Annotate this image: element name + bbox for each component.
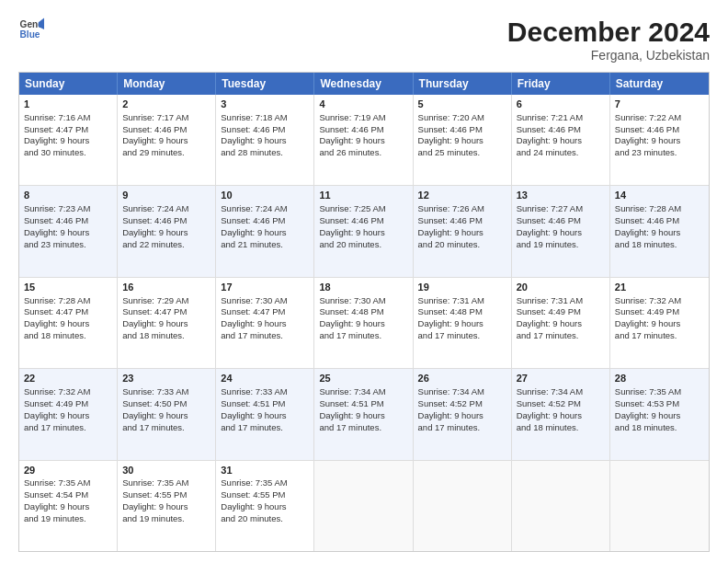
day-number: 25 bbox=[319, 372, 407, 385]
day-info-line: Sunset: 4:47 PM bbox=[24, 124, 88, 134]
day-info-line: Sunrise: 7:31 AM bbox=[418, 295, 484, 305]
day-info-line: Sunset: 4:48 PM bbox=[319, 306, 383, 316]
day-number: 16 bbox=[122, 281, 210, 294]
day-info-line: Sunrise: 7:28 AM bbox=[615, 203, 681, 213]
cal-cell: 22Sunrise: 7:32 AM Sunset: 4:49 PM Dayli… bbox=[19, 369, 118, 459]
day-info-line: Sunrise: 7:18 AM bbox=[221, 112, 287, 122]
day-info-line: Sunrise: 7:32 AM bbox=[615, 295, 681, 305]
day-number: 15 bbox=[24, 281, 112, 294]
day-info-line: Sunrise: 7:34 AM bbox=[319, 386, 385, 396]
day-info-line: Daylight: 9 hours bbox=[122, 501, 188, 511]
day-info-line: Sunrise: 7:35 AM bbox=[615, 386, 681, 396]
day-info-line: Sunrise: 7:26 AM bbox=[418, 203, 484, 213]
day-info-line: and 18 minutes. bbox=[122, 330, 185, 340]
day-info-line: Sunset: 4:47 PM bbox=[122, 306, 187, 316]
day-info-line: Sunset: 4:51 PM bbox=[319, 398, 383, 408]
day-number: 31 bbox=[221, 464, 309, 477]
cal-week: 8Sunrise: 7:23 AM Sunset: 4:46 PM Daylig… bbox=[19, 185, 709, 276]
day-info-line: Sunset: 4:49 PM bbox=[615, 306, 679, 316]
cal-cell: 12Sunrise: 7:26 AM Sunset: 4:46 PM Dayli… bbox=[414, 186, 512, 276]
cal-cell: 25Sunrise: 7:34 AM Sunset: 4:51 PM Dayli… bbox=[314, 369, 413, 459]
day-info-line: Sunrise: 7:20 AM bbox=[418, 112, 484, 122]
day-info-line: Daylight: 9 hours bbox=[221, 227, 286, 237]
day-info-line: Sunset: 4:46 PM bbox=[319, 124, 383, 134]
title-block: December 2024 Fergana, Uzbekistan bbox=[507, 17, 710, 63]
day-info-line: Sunset: 4:55 PM bbox=[122, 489, 187, 500]
day-number: 20 bbox=[517, 281, 605, 294]
cal-cell bbox=[414, 461, 512, 551]
day-info-line: and 18 minutes. bbox=[615, 422, 677, 432]
day-info-line: Daylight: 9 hours bbox=[221, 410, 286, 420]
day-info-line: Daylight: 9 hours bbox=[517, 135, 582, 145]
day-info-line: and 28 minutes. bbox=[221, 147, 283, 157]
day-info-line: Sunset: 4:55 PM bbox=[221, 489, 285, 500]
day-info-line: Daylight: 9 hours bbox=[517, 318, 582, 328]
cal-cell: 7Sunrise: 7:22 AM Sunset: 4:46 PM Daylig… bbox=[610, 95, 709, 185]
header: General Blue December 2024 Fergana, Uzbe… bbox=[18, 17, 710, 63]
day-info-line: and 18 minutes. bbox=[615, 239, 677, 249]
cal-header-cell: Thursday bbox=[414, 73, 512, 95]
cal-cell bbox=[314, 461, 413, 551]
day-info-line: Daylight: 9 hours bbox=[615, 318, 680, 328]
day-info-line: and 20 minutes. bbox=[319, 239, 381, 249]
day-info-line: Sunrise: 7:19 AM bbox=[319, 112, 385, 122]
cal-cell: 31Sunrise: 7:35 AM Sunset: 4:55 PM Dayli… bbox=[216, 461, 314, 551]
day-number: 13 bbox=[517, 189, 605, 202]
cal-cell: 29Sunrise: 7:35 AM Sunset: 4:54 PM Dayli… bbox=[19, 461, 118, 551]
day-number: 4 bbox=[319, 98, 407, 111]
cal-header-cell: Wednesday bbox=[314, 73, 413, 95]
calendar: SundayMondayTuesdayWednesdayThursdayFrid… bbox=[18, 72, 710, 552]
day-info-line: and 20 minutes. bbox=[221, 513, 283, 523]
day-info-line: and 25 minutes. bbox=[418, 147, 481, 157]
cal-cell: 19Sunrise: 7:31 AM Sunset: 4:48 PM Dayli… bbox=[414, 278, 512, 368]
day-info-line: Daylight: 9 hours bbox=[122, 410, 188, 420]
cal-cell: 26Sunrise: 7:34 AM Sunset: 4:52 PM Dayli… bbox=[414, 369, 512, 459]
cal-cell: 11Sunrise: 7:25 AM Sunset: 4:46 PM Dayli… bbox=[314, 186, 413, 276]
day-info-line: Sunset: 4:49 PM bbox=[517, 306, 581, 316]
cal-week: 22Sunrise: 7:32 AM Sunset: 4:49 PM Dayli… bbox=[19, 368, 709, 459]
subtitle: Fergana, Uzbekistan bbox=[507, 48, 710, 63]
cal-cell: 28Sunrise: 7:35 AM Sunset: 4:53 PM Dayli… bbox=[610, 369, 709, 459]
day-info-line: and 23 minutes. bbox=[24, 239, 86, 249]
day-info-line: Daylight: 9 hours bbox=[418, 318, 483, 328]
day-info-line: Sunrise: 7:35 AM bbox=[122, 477, 188, 488]
day-info-line: and 22 minutes. bbox=[122, 239, 185, 249]
cal-cell: 27Sunrise: 7:34 AM Sunset: 4:52 PM Dayli… bbox=[512, 369, 610, 459]
day-info-line: Daylight: 9 hours bbox=[615, 135, 680, 145]
cal-cell: 14Sunrise: 7:28 AM Sunset: 4:46 PM Dayli… bbox=[610, 186, 709, 276]
logo: General Blue bbox=[18, 17, 44, 42]
day-number: 10 bbox=[221, 189, 309, 202]
cal-cell: 24Sunrise: 7:33 AM Sunset: 4:51 PM Dayli… bbox=[216, 369, 314, 459]
day-info-line: Sunrise: 7:30 AM bbox=[319, 295, 385, 305]
cal-cell: 16Sunrise: 7:29 AM Sunset: 4:47 PM Dayli… bbox=[118, 278, 216, 368]
day-info-line: Sunset: 4:54 PM bbox=[24, 489, 88, 500]
day-info-line: Daylight: 9 hours bbox=[615, 410, 680, 420]
day-info-line: Daylight: 9 hours bbox=[221, 135, 286, 145]
page: General Blue December 2024 Fergana, Uzbe… bbox=[0, 0, 728, 563]
day-info-line: and 30 minutes. bbox=[24, 147, 86, 157]
cal-cell: 6Sunrise: 7:21 AM Sunset: 4:46 PM Daylig… bbox=[512, 95, 610, 185]
cal-cell: 20Sunrise: 7:31 AM Sunset: 4:49 PM Dayli… bbox=[512, 278, 610, 368]
day-info-line: and 21 minutes. bbox=[221, 239, 283, 249]
day-info-line: Sunset: 4:51 PM bbox=[221, 398, 285, 408]
day-info-line: Sunset: 4:47 PM bbox=[221, 306, 285, 316]
day-info-line: Sunrise: 7:21 AM bbox=[517, 112, 583, 122]
day-info-line: Sunset: 4:47 PM bbox=[24, 306, 88, 316]
cal-cell: 9Sunrise: 7:24 AM Sunset: 4:46 PM Daylig… bbox=[118, 186, 216, 276]
day-info-line: and 23 minutes. bbox=[615, 147, 677, 157]
day-info-line: and 29 minutes. bbox=[122, 147, 185, 157]
day-info-line: Sunset: 4:50 PM bbox=[122, 398, 187, 408]
day-info-line: Daylight: 9 hours bbox=[24, 501, 89, 511]
day-info-line: Sunset: 4:46 PM bbox=[418, 215, 483, 225]
day-info-line: and 18 minutes. bbox=[517, 422, 579, 432]
day-number: 8 bbox=[24, 189, 112, 202]
cal-cell: 8Sunrise: 7:23 AM Sunset: 4:46 PM Daylig… bbox=[19, 186, 118, 276]
day-info-line: and 26 minutes. bbox=[319, 147, 381, 157]
day-info-line: Daylight: 9 hours bbox=[122, 227, 188, 237]
day-info-line: Sunrise: 7:27 AM bbox=[517, 203, 583, 213]
day-number: 11 bbox=[319, 189, 407, 202]
cal-cell: 18Sunrise: 7:30 AM Sunset: 4:48 PM Dayli… bbox=[314, 278, 413, 368]
day-info-line: Daylight: 9 hours bbox=[24, 135, 89, 145]
day-info-line: Sunrise: 7:25 AM bbox=[319, 203, 385, 213]
day-info-line: Daylight: 9 hours bbox=[319, 135, 384, 145]
